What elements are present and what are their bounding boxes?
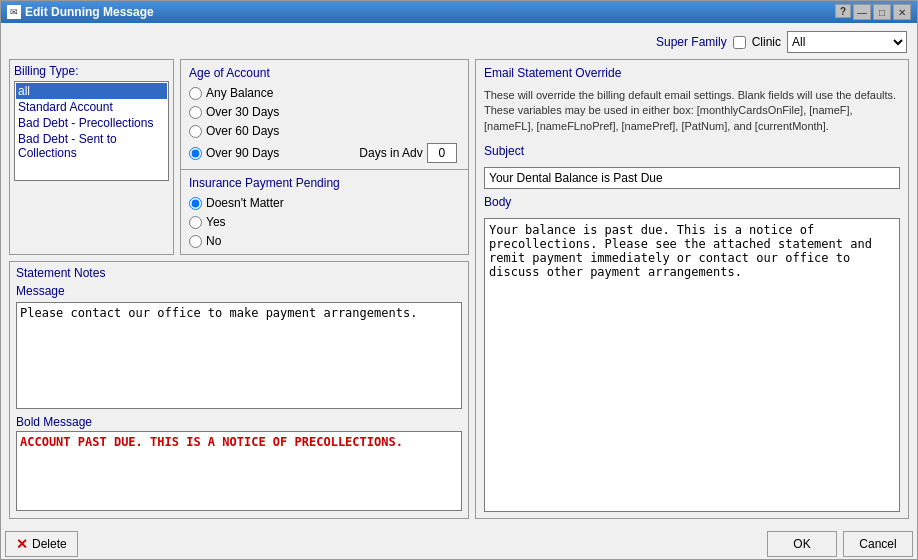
title-bar: ✉ Edit Dunning Message ? — □ ✕: [1, 1, 917, 23]
delete-button[interactable]: ✕ Delete: [5, 531, 78, 557]
insurance-radio-1[interactable]: [189, 216, 202, 229]
billing-type-list[interactable]: allStandard AccountBad Debt - Precollect…: [14, 81, 169, 181]
age-radio-group: Any Balance Over 30 Days Over 60 Days: [189, 86, 460, 163]
insurance-option-1: Yes: [189, 215, 460, 229]
right-buttons: OK Cancel: [767, 531, 913, 557]
age-insurance-wrapper: Age of Account Any Balance Over 30 Days: [180, 59, 469, 255]
age-radio-0[interactable]: [189, 87, 202, 100]
top-row: Super Family Clinic All: [9, 31, 909, 53]
title-bar-controls: ? — □ ✕: [835, 4, 911, 20]
delete-x-icon: ✕: [16, 536, 28, 552]
delete-label: Delete: [32, 537, 67, 551]
bold-message-label: Bold Message: [16, 415, 462, 429]
age-radio-1[interactable]: [189, 106, 202, 119]
insurance-radio-2[interactable]: [189, 235, 202, 248]
age-option-3: Over 90 Days Days in Adv: [189, 143, 460, 163]
age-label-1: Over 30 Days: [206, 105, 279, 119]
insurance-radio-0[interactable]: [189, 197, 202, 210]
insurance-label-0: Doesn't Matter: [206, 196, 284, 210]
body-label: Body: [484, 195, 900, 209]
bottom-bar: ✕ Delete OK Cancel: [1, 527, 917, 559]
clinic-label: Clinic: [752, 35, 781, 49]
age-radio-3[interactable]: [189, 147, 202, 160]
title-bar-left: ✉ Edit Dunning Message: [7, 5, 154, 19]
days-in-adv-label: Days in Adv: [359, 146, 422, 160]
cancel-button[interactable]: Cancel: [843, 531, 913, 557]
age-of-account-title: Age of Account: [189, 66, 460, 80]
help-button[interactable]: ?: [835, 4, 851, 18]
billing-list-item-1[interactable]: Standard Account: [16, 99, 167, 115]
left-panel: Billing Type: allStandard AccountBad Deb…: [9, 59, 469, 519]
billing-list-item-2[interactable]: Bad Debt - Precollections: [16, 115, 167, 131]
insurance-title: Insurance Payment Pending: [189, 176, 460, 190]
clinic-select[interactable]: All: [787, 31, 907, 53]
close-button[interactable]: ✕: [893, 4, 911, 20]
age-option-2: Over 60 Days: [189, 124, 460, 138]
age-label-3: Over 90 Days: [206, 146, 279, 160]
age-label-2: Over 60 Days: [206, 124, 279, 138]
main-row: Billing Type: allStandard AccountBad Deb…: [9, 59, 909, 519]
bold-message-textarea[interactable]: ACCOUNT PAST DUE. THIS IS A NOTICE OF PR…: [16, 431, 462, 511]
billing-type-label: Billing Type:: [14, 64, 169, 78]
days-in-adv-input[interactable]: [427, 143, 457, 163]
right-panel: Email Statement Override These will over…: [475, 59, 909, 519]
statement-notes-title: Statement Notes: [16, 266, 462, 280]
minimize-button[interactable]: —: [853, 4, 871, 20]
age-label-0: Any Balance: [206, 86, 273, 100]
edit-dunning-message-window: ✉ Edit Dunning Message ? — □ ✕ Super Fam…: [0, 0, 918, 560]
statement-notes-section: Statement Notes Message Please contact o…: [9, 261, 469, 519]
message-textarea[interactable]: Please contact our office to make paymen…: [16, 302, 462, 409]
maximize-button[interactable]: □: [873, 4, 891, 20]
insurance-radio-group: Doesn't Matter Yes No: [189, 196, 460, 248]
insurance-option-2: No: [189, 234, 460, 248]
email-override-desc: These will override the billing default …: [484, 88, 900, 134]
email-override-title: Email Statement Override: [484, 66, 900, 80]
content-area: Super Family Clinic All Billing Type: al…: [1, 23, 917, 527]
super-family-label: Super Family: [656, 35, 727, 49]
billing-list-item-3[interactable]: Bad Debt - Sent to Collections: [16, 131, 167, 161]
insurance-section: Insurance Payment Pending Doesn't Matter…: [180, 170, 469, 255]
age-radio-2[interactable]: [189, 125, 202, 138]
subject-input[interactable]: [484, 167, 900, 189]
insurance-label-1: Yes: [206, 215, 226, 229]
upper-left: Billing Type: allStandard AccountBad Deb…: [9, 59, 469, 255]
window-icon: ✉: [7, 5, 21, 19]
body-textarea[interactable]: Your balance is past due. This is a noti…: [484, 218, 900, 512]
message-label: Message: [16, 284, 462, 298]
age-option-1: Over 30 Days: [189, 105, 460, 119]
insurance-option-0: Doesn't Matter: [189, 196, 460, 210]
window-title: Edit Dunning Message: [25, 5, 154, 19]
bold-message-section: Bold Message ACCOUNT PAST DUE. THIS IS A…: [16, 415, 462, 514]
ok-button[interactable]: OK: [767, 531, 837, 557]
age-of-account-section: Age of Account Any Balance Over 30 Days: [180, 59, 469, 170]
billing-type-section: Billing Type: allStandard AccountBad Deb…: [9, 59, 174, 255]
subject-label: Subject: [484, 144, 900, 158]
age-option-0: Any Balance: [189, 86, 460, 100]
insurance-label-2: No: [206, 234, 221, 248]
super-family-checkbox[interactable]: [733, 36, 746, 49]
billing-list-item-0[interactable]: all: [16, 83, 167, 99]
